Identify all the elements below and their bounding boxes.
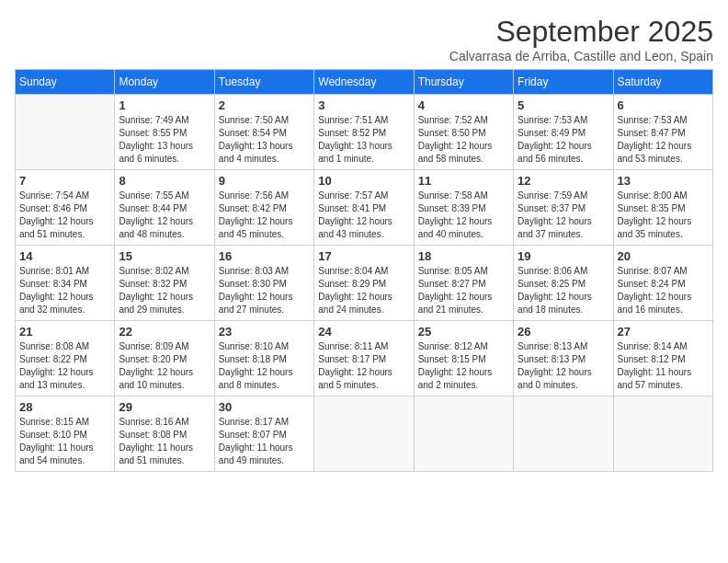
day-info: Sunrise: 7:55 AM Sunset: 8:44 PM Dayligh… <box>119 190 210 241</box>
day-number: 17 <box>318 249 409 263</box>
day-number: 12 <box>518 174 609 188</box>
day-info: Sunrise: 7:53 AM Sunset: 8:47 PM Dayligh… <box>618 114 709 166</box>
day-number: 2 <box>219 98 310 112</box>
day-header-tuesday: Tuesday <box>214 70 313 95</box>
day-number: 21 <box>19 325 110 339</box>
day-number: 15 <box>119 249 210 263</box>
day-info: Sunrise: 7:54 AM Sunset: 8:46 PM Dayligh… <box>19 190 110 241</box>
day-number: 11 <box>418 174 509 188</box>
calendar-cell: 30Sunrise: 8:17 AM Sunset: 8:07 PM Dayli… <box>214 396 313 472</box>
calendar-week-5: 28Sunrise: 8:15 AM Sunset: 8:10 PM Dayli… <box>16 396 713 472</box>
day-number: 14 <box>19 249 110 263</box>
day-header-sunday: Sunday <box>16 70 115 95</box>
day-number: 29 <box>119 400 210 414</box>
day-info: Sunrise: 7:51 AM Sunset: 8:52 PM Dayligh… <box>318 114 409 166</box>
day-number: 23 <box>219 325 310 339</box>
calendar-week-3: 14Sunrise: 8:01 AM Sunset: 8:34 PM Dayli… <box>16 246 713 321</box>
calendar-cell: 26Sunrise: 8:13 AM Sunset: 8:13 PM Dayli… <box>514 321 613 396</box>
calendar-cell: 15Sunrise: 8:02 AM Sunset: 8:32 PM Dayli… <box>115 246 214 321</box>
day-number: 24 <box>318 325 409 339</box>
calendar-week-4: 21Sunrise: 8:08 AM Sunset: 8:22 PM Dayli… <box>16 321 713 396</box>
calendar-cell: 20Sunrise: 8:07 AM Sunset: 8:24 PM Dayli… <box>613 246 712 321</box>
calendar-cell: 13Sunrise: 8:00 AM Sunset: 8:35 PM Dayli… <box>613 170 712 246</box>
calendar-cell: 4Sunrise: 7:52 AM Sunset: 8:50 PM Daylig… <box>414 95 513 170</box>
day-number: 18 <box>418 249 509 263</box>
calendar-cell <box>514 396 613 472</box>
calendar-cell: 17Sunrise: 8:04 AM Sunset: 8:29 PM Dayli… <box>314 246 414 321</box>
day-info: Sunrise: 8:08 AM Sunset: 8:22 PM Dayligh… <box>19 340 110 392</box>
calendar-cell: 12Sunrise: 7:59 AM Sunset: 8:37 PM Dayli… <box>514 170 613 246</box>
day-number: 16 <box>219 249 310 263</box>
day-info: Sunrise: 7:56 AM Sunset: 8:42 PM Dayligh… <box>219 190 310 241</box>
calendar-cell: 23Sunrise: 8:10 AM Sunset: 8:18 PM Dayli… <box>214 321 313 396</box>
day-number: 1 <box>119 98 210 112</box>
day-number: 22 <box>119 325 210 339</box>
calendar-cell: 25Sunrise: 8:12 AM Sunset: 8:15 PM Dayli… <box>414 321 513 396</box>
day-header-wednesday: Wednesday <box>314 70 414 95</box>
day-info: Sunrise: 8:12 AM Sunset: 8:15 PM Dayligh… <box>418 340 509 392</box>
day-number: 25 <box>418 325 509 339</box>
day-info: Sunrise: 7:58 AM Sunset: 8:39 PM Dayligh… <box>418 190 509 241</box>
day-number: 28 <box>19 400 110 414</box>
calendar-cell: 9Sunrise: 7:56 AM Sunset: 8:42 PM Daylig… <box>214 170 313 246</box>
day-info: Sunrise: 8:16 AM Sunset: 8:08 PM Dayligh… <box>119 416 210 467</box>
calendar-cell: 1Sunrise: 7:49 AM Sunset: 8:55 PM Daylig… <box>115 95 214 170</box>
day-number: 4 <box>418 98 509 112</box>
day-info: Sunrise: 8:14 AM Sunset: 8:12 PM Dayligh… <box>618 340 709 392</box>
day-info: Sunrise: 7:59 AM Sunset: 8:37 PM Dayligh… <box>518 190 609 241</box>
day-info: Sunrise: 8:06 AM Sunset: 8:25 PM Dayligh… <box>518 265 609 316</box>
calendar-cell: 27Sunrise: 8:14 AM Sunset: 8:12 PM Dayli… <box>613 321 712 396</box>
day-info: Sunrise: 8:02 AM Sunset: 8:32 PM Dayligh… <box>119 265 210 316</box>
page-header: General Blue September 2025 Calvarrasa d… <box>15 15 713 63</box>
calendar-cell: 24Sunrise: 8:11 AM Sunset: 8:17 PM Dayli… <box>314 321 414 396</box>
calendar-cell: 28Sunrise: 8:15 AM Sunset: 8:10 PM Dayli… <box>16 396 115 472</box>
day-number: 13 <box>618 174 709 188</box>
day-number: 5 <box>518 98 609 112</box>
day-info: Sunrise: 8:10 AM Sunset: 8:18 PM Dayligh… <box>219 340 310 392</box>
day-info: Sunrise: 8:13 AM Sunset: 8:13 PM Dayligh… <box>518 340 609 392</box>
calendar-cell: 7Sunrise: 7:54 AM Sunset: 8:46 PM Daylig… <box>16 170 115 246</box>
day-number: 26 <box>518 325 609 339</box>
day-info: Sunrise: 7:53 AM Sunset: 8:49 PM Dayligh… <box>518 114 609 166</box>
calendar-cell <box>414 396 513 472</box>
calendar-week-1: 1Sunrise: 7:49 AM Sunset: 8:55 PM Daylig… <box>16 95 713 170</box>
day-info: Sunrise: 8:03 AM Sunset: 8:30 PM Dayligh… <box>219 265 310 316</box>
calendar-cell: 8Sunrise: 7:55 AM Sunset: 8:44 PM Daylig… <box>115 170 214 246</box>
calendar-week-2: 7Sunrise: 7:54 AM Sunset: 8:46 PM Daylig… <box>16 170 713 246</box>
calendar-cell <box>314 396 414 472</box>
day-number: 10 <box>318 174 409 188</box>
title-area: September 2025 Calvarrasa de Arriba, Cas… <box>449 15 713 63</box>
calendar-cell: 5Sunrise: 7:53 AM Sunset: 8:49 PM Daylig… <box>514 95 613 170</box>
calendar-cell: 19Sunrise: 8:06 AM Sunset: 8:25 PM Dayli… <box>514 246 613 321</box>
calendar-cell: 16Sunrise: 8:03 AM Sunset: 8:30 PM Dayli… <box>214 246 313 321</box>
day-number: 19 <box>518 249 609 263</box>
calendar-header: SundayMondayTuesdayWednesdayThursdayFrid… <box>16 70 713 95</box>
calendar-cell: 29Sunrise: 8:16 AM Sunset: 8:08 PM Dayli… <box>115 396 214 472</box>
calendar-cell: 11Sunrise: 7:58 AM Sunset: 8:39 PM Dayli… <box>414 170 513 246</box>
day-info: Sunrise: 8:04 AM Sunset: 8:29 PM Dayligh… <box>318 265 409 316</box>
day-number: 8 <box>119 174 210 188</box>
day-number: 9 <box>219 174 310 188</box>
day-header-monday: Monday <box>115 70 214 95</box>
day-info: Sunrise: 7:57 AM Sunset: 8:41 PM Dayligh… <box>318 190 409 241</box>
day-info: Sunrise: 7:50 AM Sunset: 8:54 PM Dayligh… <box>219 114 310 166</box>
calendar-cell: 2Sunrise: 7:50 AM Sunset: 8:54 PM Daylig… <box>214 95 313 170</box>
calendar-cell: 18Sunrise: 8:05 AM Sunset: 8:27 PM Dayli… <box>414 246 513 321</box>
day-header-friday: Friday <box>514 70 613 95</box>
day-info: Sunrise: 8:01 AM Sunset: 8:34 PM Dayligh… <box>19 265 110 316</box>
day-number: 20 <box>618 249 709 263</box>
day-info: Sunrise: 8:09 AM Sunset: 8:20 PM Dayligh… <box>119 340 210 392</box>
calendar-cell: 14Sunrise: 8:01 AM Sunset: 8:34 PM Dayli… <box>16 246 115 321</box>
day-header-saturday: Saturday <box>613 70 712 95</box>
day-header-row: SundayMondayTuesdayWednesdayThursdayFrid… <box>16 70 713 95</box>
day-info: Sunrise: 8:15 AM Sunset: 8:10 PM Dayligh… <box>19 416 110 467</box>
day-info: Sunrise: 8:17 AM Sunset: 8:07 PM Dayligh… <box>219 416 310 467</box>
day-number: 6 <box>618 98 709 112</box>
calendar-cell: 21Sunrise: 8:08 AM Sunset: 8:22 PM Dayli… <box>16 321 115 396</box>
calendar-cell: 10Sunrise: 7:57 AM Sunset: 8:41 PM Dayli… <box>314 170 414 246</box>
day-number: 27 <box>618 325 709 339</box>
subtitle: Calvarrasa de Arriba, Castille and Leon,… <box>449 49 713 63</box>
day-info: Sunrise: 8:00 AM Sunset: 8:35 PM Dayligh… <box>618 190 709 241</box>
calendar-cell: 6Sunrise: 7:53 AM Sunset: 8:47 PM Daylig… <box>613 95 712 170</box>
calendar-cell: 3Sunrise: 7:51 AM Sunset: 8:52 PM Daylig… <box>314 95 414 170</box>
